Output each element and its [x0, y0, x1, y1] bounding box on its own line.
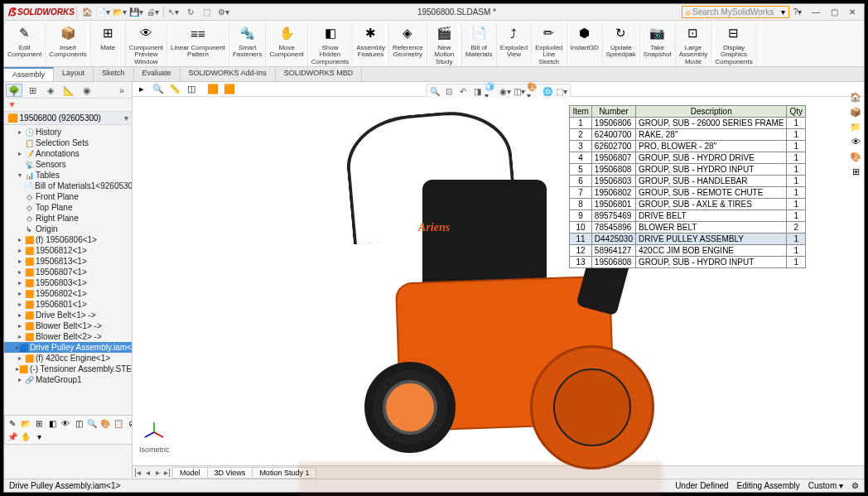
ctx-dropdown-icon[interactable]: ▾: [33, 431, 45, 442]
tab-layout[interactable]: Layout: [54, 67, 94, 81]
tree-node[interactable]: ▾📊Tables: [4, 170, 132, 181]
bom-row[interactable]: 1258964127420CC JIM BOB ENGINE1: [570, 245, 806, 257]
zoom-fit-icon[interactable]: 🔍: [428, 85, 441, 97]
tree-node[interactable]: ▸🟧19506812<1>: [4, 245, 132, 256]
home-icon[interactable]: 🏠: [80, 6, 94, 19]
display-style-icon[interactable]: ◉▾: [499, 85, 512, 97]
ribbon-insert-components[interactable]: 📦Insert Components: [46, 22, 90, 66]
zoom-area-icon[interactable]: ⊡: [442, 85, 456, 97]
display-tab[interactable]: ◉: [79, 84, 95, 97]
ribbon-smart-fasteners[interactable]: 🔩Smart Fasteners: [229, 22, 267, 66]
options-icon[interactable]: ⬚: [200, 6, 215, 19]
rebuild-icon[interactable]: ↻: [183, 6, 198, 19]
ribbon-move-component[interactable]: ✋Move Component: [266, 22, 307, 66]
tree-node[interactable]: ◇Right Plane: [4, 213, 132, 224]
ribbon-show-hidden-components[interactable]: ◧Show Hidden Components: [308, 22, 353, 66]
tree-node[interactable]: ▸🟧19506813<1>: [4, 256, 132, 267]
bom-row[interactable]: 1078545896BLOWER BELT2: [570, 222, 806, 234]
vp-measure-icon[interactable]: 📏: [167, 84, 182, 95]
bom-row[interactable]: 989575469DRIVE BELT1: [570, 210, 806, 222]
tree-node[interactable]: 📄Bill of Materials1<92605300>: [4, 181, 132, 191]
tree-node[interactable]: ▸🔗MateGroup1: [4, 374, 132, 385]
bom-row[interactable]: 262400700RAKE, 28"1: [570, 129, 806, 141]
bom-row[interactable]: 362602700PRO, BLOWER - 28"1: [570, 141, 806, 152]
ribbon-instant3d[interactable]: ⬢Instant3D: [567, 22, 603, 66]
vp-tree-icon[interactable]: ▸: [134, 84, 149, 95]
filter-icon[interactable]: 🔻: [6, 100, 17, 109]
ribbon-new-motion-study[interactable]: 🎬New Motion Study: [427, 22, 462, 66]
bom-row[interactable]: 619506803GROUP, SUB - HANDLEBAR1: [570, 176, 806, 187]
apply-scene-icon[interactable]: 🌐: [541, 85, 554, 97]
taskpane-custom-icon[interactable]: ⊞: [849, 165, 862, 178]
hidden-lines-icon[interactable]: ◫▾: [513, 85, 526, 97]
tree-node[interactable]: ▸📝Annotations: [4, 148, 132, 159]
configuration-tab[interactable]: ◈: [42, 84, 59, 97]
save-icon[interactable]: 💾▾: [129, 6, 144, 19]
ctx-mate-icon[interactable]: ⊞: [33, 417, 45, 429]
tree-node[interactable]: ▸🟦Drive Pulley Assembly.iam<1>: [4, 342, 132, 353]
tab-nav-first-icon[interactable]: |◂: [133, 468, 142, 477]
taskpane-resources-icon[interactable]: 📦: [849, 105, 862, 118]
ctx-zoom-icon[interactable]: 🔍: [86, 417, 98, 429]
tree-node[interactable]: ▸🕓History: [4, 127, 132, 137]
print-icon[interactable]: 🖨▾: [146, 6, 161, 19]
vp-expand-icon[interactable]: ◫: [184, 84, 199, 95]
tree-node[interactable]: ◇Top Plane: [4, 202, 132, 213]
tree-node[interactable]: ▸🟧19506807<1>: [4, 267, 132, 277]
tree-node[interactable]: 📋Selection Sets: [4, 137, 132, 148]
ctx-suppress-icon[interactable]: ⊘: [126, 417, 132, 429]
bom-row[interactable]: 11D4425030DRIVE PULLEY ASSEMBLY1: [570, 234, 806, 245]
tab-solidworks-mbd[interactable]: SOLIDWORKS MBD: [276, 67, 363, 81]
assembly-root-node[interactable]: 🟧 19506800 (92605300) ▾: [4, 112, 132, 125]
tab-evaluate[interactable]: Evaluate: [134, 67, 181, 81]
view-orient-icon[interactable]: 🧊▾: [485, 85, 498, 97]
ribbon-mate[interactable]: ⊞Mate: [91, 22, 126, 66]
ribbon-bill-of-materials[interactable]: 📄Bill of Materials: [462, 22, 497, 66]
ribbon-update-speedpak[interactable]: ↻Update Speedpak: [603, 22, 640, 66]
bom-row[interactable]: 519506808GROUP, SUB - HYDRO INPUT1: [570, 164, 806, 176]
ribbon-edit-component[interactable]: ✎Edit Component: [4, 22, 46, 66]
prev-view-icon[interactable]: ↶: [456, 85, 470, 97]
ribbon-exploded-view[interactable]: ⤴Exploded View: [497, 22, 532, 66]
close-icon[interactable]: ✕: [844, 7, 861, 17]
bottom-tab-model[interactable]: Model: [172, 467, 208, 479]
taskpane-appearances-icon[interactable]: 🎨: [849, 150, 862, 163]
vp-assembly-icon[interactable]: 🟧: [205, 84, 220, 95]
tree-node[interactable]: 📡Sensors: [4, 159, 132, 170]
property-manager-tab[interactable]: ⊞: [24, 84, 41, 97]
tab-nav-next-icon[interactable]: ▸: [152, 468, 162, 477]
help-icon[interactable]: ?▾: [789, 7, 806, 17]
open-icon[interactable]: 📂▾: [113, 6, 128, 19]
bom-row[interactable]: 1319506808GROUP, SUB - HYDRO INPUT1: [570, 257, 806, 268]
ribbon-display-graphics-components[interactable]: ⊟Display Graphics Components: [711, 22, 756, 66]
ctx-move-icon[interactable]: ✋: [20, 431, 31, 442]
ribbon-linear-component-pattern[interactable]: ≡≡Linear Component Pattern: [167, 22, 229, 66]
bom-row[interactable]: 119506806GROUP, SUB - 26000 SERIES FRAME…: [570, 118, 806, 129]
tab-assembly[interactable]: Assembly: [4, 67, 54, 81]
tree-node[interactable]: ▸🟧Blower Belt<2> ->: [4, 331, 132, 342]
cursor-icon[interactable]: ↖▾: [166, 6, 181, 19]
tree-node[interactable]: ▸🟧(-) Tensioner Assembly.STEP<1>: [4, 364, 132, 374]
ctx-isolate-icon[interactable]: ◧: [46, 417, 58, 429]
tree-node[interactable]: ↳Origin: [4, 224, 132, 234]
ctx-open-icon[interactable]: 📂: [20, 417, 31, 429]
chevron-down-icon[interactable]: ▾: [124, 113, 128, 123]
status-units[interactable]: Custom ▾: [808, 481, 843, 490]
ctx-transparency-icon[interactable]: ◫: [73, 417, 84, 429]
vp-search-icon[interactable]: 🔍: [151, 84, 166, 95]
ctx-hide-icon[interactable]: 👁: [60, 417, 71, 429]
taskpane-home-icon[interactable]: 🏠: [849, 90, 862, 104]
taskpane-library-icon[interactable]: 📁: [849, 120, 862, 133]
bom-row[interactable]: 419506807GROUP, SUB - HYDRO DRIVE1: [570, 152, 806, 164]
tree-node[interactable]: ▸🟧19506802<1>: [4, 288, 132, 299]
tab-solidworks-add-ins[interactable]: SOLIDWORKS Add-Ins: [181, 67, 276, 81]
tree-node[interactable]: ▸🟧(f) 19506806<1>: [4, 234, 132, 245]
status-gear-icon[interactable]: ⚙: [851, 481, 859, 490]
settings-icon[interactable]: ⚙▾: [216, 6, 231, 19]
ctx-fix-icon[interactable]: 📌: [7, 431, 18, 442]
ribbon-reference-geometry[interactable]: ◈Reference Geometry: [389, 22, 427, 66]
bottom-tab-3d-views[interactable]: 3D Views: [207, 467, 253, 479]
tab-sketch[interactable]: Sketch: [94, 67, 134, 81]
ribbon-large-assembly-mode[interactable]: ⊡Large Assembly Mode: [676, 22, 712, 66]
section-icon[interactable]: ◨: [470, 85, 484, 97]
